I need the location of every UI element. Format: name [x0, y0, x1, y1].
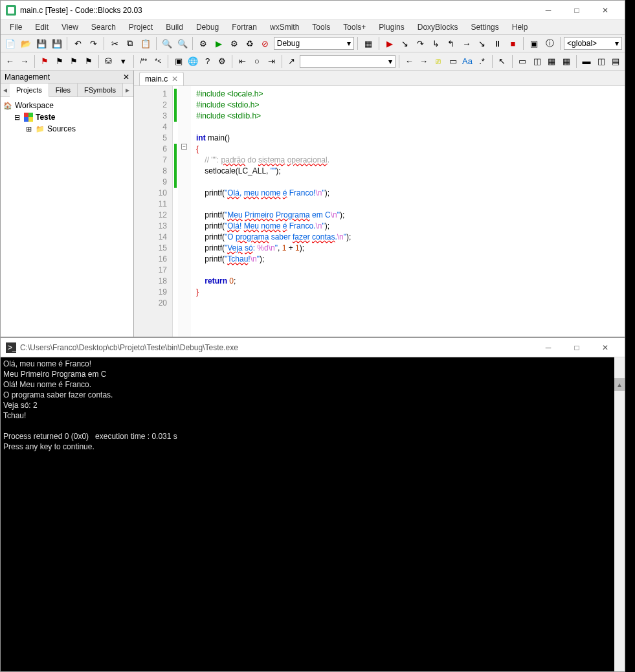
menu-debug[interactable]: Debug: [190, 21, 225, 34]
plugin-dropdown-icon[interactable]: ▾: [117, 54, 129, 69]
regex-icon[interactable]: .*: [475, 54, 488, 69]
menu-doxyblocks[interactable]: DoxyBlocks: [411, 21, 465, 34]
paste-icon[interactable]: 📋: [139, 36, 153, 50]
redo-icon[interactable]: ↷: [86, 36, 100, 50]
menu-fortran[interactable]: Fortran: [225, 21, 263, 34]
back-icon[interactable]: ←: [3, 54, 16, 69]
next-line-icon[interactable]: ↷: [413, 36, 427, 50]
fold-box-icon[interactable]: −: [181, 144, 187, 150]
minimize-button[interactable]: ─: [534, 1, 563, 19]
console-output[interactable]: Olá, meu nome é Franco! Meu Primeiro Pro…: [1, 357, 625, 671]
doxy-html-icon[interactable]: 🌐: [186, 54, 199, 69]
close-button[interactable]: ✕: [591, 1, 619, 19]
expand-icon[interactable]: ⊟: [12, 113, 21, 122]
find-icon[interactable]: 🔍: [160, 36, 174, 50]
console-maximize-button[interactable]: □: [563, 339, 591, 357]
editor-tab-mainc[interactable]: main.c ✕: [139, 72, 184, 85]
replace-icon[interactable]: 🔍: [175, 36, 190, 50]
build-target-combo[interactable]: Debug▾: [274, 37, 354, 50]
menu-build[interactable]: Build: [159, 21, 190, 34]
copy-icon[interactable]: ⧉: [123, 36, 137, 50]
bookmark-clear-icon[interactable]: ⚑: [82, 54, 95, 69]
menu-tools[interactable]: Tools: [306, 21, 337, 34]
project-tree[interactable]: 🏠 Workspace ⊟ Teste ⊞ 📁 Sources: [1, 97, 133, 337]
sources-node[interactable]: ⊞ 📁 Sources: [3, 123, 131, 135]
break-icon[interactable]: ⏸: [491, 36, 505, 50]
menu-search[interactable]: Search: [85, 21, 122, 34]
prev-icon[interactable]: ←: [403, 54, 416, 69]
layout5-icon[interactable]: ▬: [580, 54, 593, 69]
project-node[interactable]: ⊟ Teste: [3, 111, 131, 123]
bookmark-toggle-icon[interactable]: ⚑: [38, 54, 51, 69]
next-icon[interactable]: →: [417, 54, 430, 69]
run-to-cursor-icon[interactable]: ↘: [397, 36, 412, 50]
bookmark-prev-icon[interactable]: ⚑: [52, 54, 65, 69]
cursor-icon[interactable]: ↖: [496, 54, 509, 69]
tab-scroll-right-icon[interactable]: ▸: [123, 85, 132, 95]
workspace-node[interactable]: 🏠 Workspace: [3, 100, 131, 111]
scope-combo[interactable]: <global>▾: [564, 37, 622, 50]
tab-close-icon[interactable]: ✕: [172, 74, 178, 84]
save-all-icon[interactable]: 💾: [50, 36, 64, 50]
menu-plugins[interactable]: Plugins: [372, 21, 410, 34]
plugin-icon[interactable]: ⛁: [102, 54, 115, 69]
goto-file-icon[interactable]: ↗: [285, 54, 298, 69]
doxy-run-icon[interactable]: ▣: [172, 54, 184, 69]
highlight-icon[interactable]: ⎚: [432, 54, 445, 69]
abort-icon[interactable]: ⊘: [258, 36, 273, 50]
build-run-icon[interactable]: ⚙: [227, 36, 241, 50]
search-combo[interactable]: ▾: [300, 55, 395, 68]
layout1-icon[interactable]: ▭: [516, 54, 529, 69]
step-into-icon[interactable]: ↳: [429, 36, 443, 50]
next-instr-icon[interactable]: →: [460, 36, 474, 50]
open-file-icon[interactable]: 📂: [19, 36, 33, 50]
tab-scroll-left-icon[interactable]: ◂: [1, 85, 10, 95]
bookmark-next-icon[interactable]: ⚑: [67, 54, 80, 69]
layout7-icon[interactable]: ▤: [609, 54, 622, 69]
menu-tools+[interactable]: Tools+: [337, 21, 372, 34]
menu-file[interactable]: File: [3, 21, 28, 34]
rebuild-icon[interactable]: ♻: [243, 36, 257, 50]
layout4-icon[interactable]: ▦: [559, 54, 572, 69]
console-scroll-up-icon[interactable]: ▴: [614, 378, 625, 391]
cut-icon[interactable]: ✂: [107, 36, 122, 50]
doxy-config-icon[interactable]: ⚙: [216, 54, 228, 69]
debug-continue-icon[interactable]: ▶: [383, 36, 397, 50]
doxy-block-icon[interactable]: *<: [151, 54, 164, 69]
menu-help[interactable]: Help: [506, 21, 535, 34]
debug-windows-icon[interactable]: ▣: [527, 36, 541, 50]
show-targets-icon[interactable]: ▦: [361, 36, 375, 50]
menu-settings[interactable]: Settings: [464, 21, 505, 34]
undo-icon[interactable]: ↶: [71, 36, 85, 50]
menu-edit[interactable]: Edit: [28, 21, 55, 34]
step-out-icon[interactable]: ↰: [444, 36, 458, 50]
maximize-button[interactable]: □: [563, 1, 591, 19]
layout6-icon[interactable]: ◫: [594, 54, 607, 69]
layout2-icon[interactable]: ◫: [530, 54, 543, 69]
expand-sources-icon[interactable]: ⊞: [24, 124, 33, 133]
menu-wxsmith[interactable]: wxSmith: [263, 21, 306, 34]
layout3-icon[interactable]: ▦: [545, 54, 558, 69]
jump-back-icon[interactable]: ⇤: [236, 54, 249, 69]
forward-icon[interactable]: →: [17, 54, 30, 69]
jump-fwd-icon[interactable]: ⇥: [265, 54, 278, 69]
panel-close-icon[interactable]: ✕: [123, 73, 129, 82]
code-lines[interactable]: #include <locale.h>#include <stdio.h>#in…: [191, 86, 625, 337]
menu-view[interactable]: View: [55, 21, 85, 34]
tab-fsymbols[interactable]: FSymbols: [78, 84, 123, 96]
menu-project[interactable]: Project: [122, 21, 159, 34]
tab-projects[interactable]: Projects: [10, 84, 49, 97]
run-icon[interactable]: ▶: [212, 36, 226, 50]
match-case-icon[interactable]: Aa: [461, 54, 474, 69]
tab-files[interactable]: Files: [49, 84, 78, 96]
stop-debug-icon[interactable]: ■: [506, 36, 520, 50]
jump-home-icon[interactable]: ○: [251, 54, 263, 69]
doxy-chm-icon[interactable]: ?: [201, 54, 214, 69]
console-minimize-button[interactable]: ─: [534, 339, 563, 357]
console-scrollbar[interactable]: ▴: [614, 357, 625, 671]
info-icon[interactable]: ⓘ: [542, 36, 557, 50]
doxy-comment-icon[interactable]: /**: [137, 54, 150, 69]
code-editor[interactable]: 1234567891011121314151617181920 − #inclu…: [134, 86, 625, 337]
console-close-button[interactable]: ✕: [591, 339, 619, 357]
selected-text-icon[interactable]: ▭: [446, 54, 459, 69]
